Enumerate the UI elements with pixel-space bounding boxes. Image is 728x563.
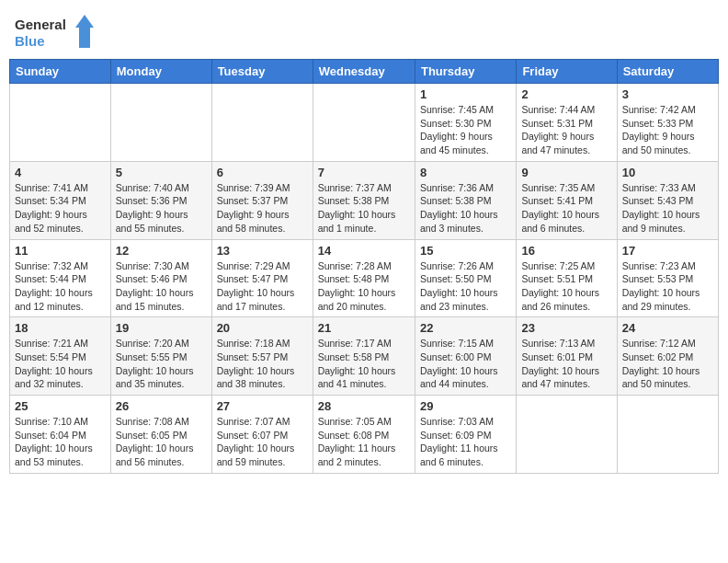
- header-wednesday: Wednesday: [313, 60, 415, 84]
- calendar-cell: 26Sunrise: 7:08 AM Sunset: 6:05 PM Dayli…: [110, 396, 211, 474]
- calendar-cell: 20Sunrise: 7:18 AM Sunset: 5:57 PM Dayli…: [211, 317, 313, 396]
- day-info: Sunrise: 7:35 AM Sunset: 5:41 PM Dayligh…: [521, 181, 611, 236]
- calendar-cell: [617, 396, 718, 474]
- day-info: Sunrise: 7:08 AM Sunset: 6:05 PM Dayligh…: [116, 415, 207, 469]
- day-number: 18: [15, 321, 106, 335]
- day-info: Sunrise: 7:42 AM Sunset: 5:33 PM Dayligh…: [622, 103, 713, 157]
- calendar-cell: 21Sunrise: 7:17 AM Sunset: 5:58 PM Dayli…: [313, 317, 415, 396]
- calendar-cell: 5Sunrise: 7:40 AM Sunset: 5:36 PM Daylig…: [110, 161, 211, 239]
- day-number: 15: [420, 244, 511, 258]
- day-number: 4: [15, 166, 106, 179]
- calendar-cell: 19Sunrise: 7:20 AM Sunset: 5:55 PM Dayli…: [110, 317, 211, 396]
- svg-text:General: General: [15, 17, 66, 32]
- day-info: Sunrise: 7:32 AM Sunset: 5:44 PM Dayligh…: [15, 259, 106, 314]
- day-info: Sunrise: 7:25 AM Sunset: 5:51 PM Dayligh…: [521, 259, 611, 314]
- calendar-cell: 1Sunrise: 7:45 AM Sunset: 5:30 PM Daylig…: [415, 84, 516, 162]
- day-number: 11: [15, 244, 106, 258]
- calendar-cell: 12Sunrise: 7:30 AM Sunset: 5:46 PM Dayli…: [110, 239, 211, 317]
- calendar-cell: 4Sunrise: 7:41 AM Sunset: 5:34 PM Daylig…: [10, 161, 111, 239]
- calendar-cell: 27Sunrise: 7:07 AM Sunset: 6:07 PM Dayli…: [211, 396, 313, 474]
- calendar-cell: 8Sunrise: 7:36 AM Sunset: 5:38 PM Daylig…: [415, 161, 516, 239]
- day-info: Sunrise: 7:13 AM Sunset: 6:01 PM Dayligh…: [521, 337, 611, 391]
- day-info: Sunrise: 7:37 AM Sunset: 5:38 PM Dayligh…: [318, 181, 410, 236]
- day-info: Sunrise: 7:03 AM Sunset: 6:09 PM Dayligh…: [420, 415, 511, 469]
- day-number: 22: [420, 321, 511, 335]
- day-number: 5: [116, 166, 207, 179]
- calendar-cell: 15Sunrise: 7:26 AM Sunset: 5:50 PM Dayli…: [415, 239, 516, 317]
- day-info: Sunrise: 7:17 AM Sunset: 5:58 PM Dayligh…: [318, 337, 410, 391]
- day-info: Sunrise: 7:05 AM Sunset: 6:08 PM Dayligh…: [318, 415, 410, 469]
- day-info: Sunrise: 7:26 AM Sunset: 5:50 PM Dayligh…: [420, 259, 511, 314]
- calendar-header-row: SundayMondayTuesdayWednesdayThursdayFrid…: [10, 60, 719, 84]
- day-number: 12: [116, 244, 207, 258]
- day-number: 29: [420, 399, 511, 413]
- svg-marker-2: [75, 15, 94, 48]
- header-tuesday: Tuesday: [211, 60, 313, 84]
- calendar-cell: 10Sunrise: 7:33 AM Sunset: 5:43 PM Dayli…: [617, 161, 718, 239]
- day-number: 23: [521, 321, 611, 335]
- day-info: Sunrise: 7:18 AM Sunset: 5:57 PM Dayligh…: [217, 337, 308, 391]
- day-number: 9: [521, 166, 611, 179]
- calendar-cell: 29Sunrise: 7:03 AM Sunset: 6:09 PM Dayli…: [415, 396, 516, 474]
- day-info: Sunrise: 7:10 AM Sunset: 6:04 PM Dayligh…: [15, 415, 106, 469]
- day-info: Sunrise: 7:20 AM Sunset: 5:55 PM Dayligh…: [116, 337, 207, 391]
- day-info: Sunrise: 7:29 AM Sunset: 5:47 PM Dayligh…: [217, 259, 308, 314]
- day-info: Sunrise: 7:39 AM Sunset: 5:37 PM Dayligh…: [217, 181, 308, 236]
- calendar-cell: 11Sunrise: 7:32 AM Sunset: 5:44 PM Dayli…: [10, 239, 111, 317]
- calendar-cell: 3Sunrise: 7:42 AM Sunset: 5:33 PM Daylig…: [617, 84, 718, 162]
- calendar-cell: [313, 84, 415, 162]
- day-number: 25: [15, 399, 106, 413]
- day-info: Sunrise: 7:21 AM Sunset: 5:54 PM Dayligh…: [15, 337, 106, 391]
- day-number: 28: [318, 399, 410, 413]
- day-number: 16: [521, 244, 611, 258]
- header-thursday: Thursday: [415, 60, 516, 84]
- calendar-cell: 28Sunrise: 7:05 AM Sunset: 6:08 PM Dayli…: [313, 396, 415, 474]
- calendar-week-row: 25Sunrise: 7:10 AM Sunset: 6:04 PM Dayli…: [10, 396, 719, 474]
- calendar-week-row: 4Sunrise: 7:41 AM Sunset: 5:34 PM Daylig…: [10, 161, 719, 239]
- day-info: Sunrise: 7:33 AM Sunset: 5:43 PM Dayligh…: [622, 181, 713, 236]
- day-number: 13: [217, 244, 308, 258]
- header-monday: Monday: [110, 60, 211, 84]
- day-number: 24: [622, 321, 713, 335]
- day-number: 2: [521, 87, 611, 101]
- day-number: 7: [318, 166, 410, 179]
- day-number: 27: [217, 399, 308, 413]
- day-number: 6: [217, 166, 308, 179]
- day-info: Sunrise: 7:30 AM Sunset: 5:46 PM Dayligh…: [116, 259, 207, 314]
- day-number: 14: [318, 244, 410, 258]
- day-number: 3: [622, 87, 713, 101]
- calendar-cell: 2Sunrise: 7:44 AM Sunset: 5:31 PM Daylig…: [517, 84, 617, 162]
- calendar-cell: 23Sunrise: 7:13 AM Sunset: 6:01 PM Dayli…: [517, 317, 617, 396]
- calendar-week-row: 11Sunrise: 7:32 AM Sunset: 5:44 PM Dayli…: [10, 239, 719, 317]
- day-number: 26: [116, 399, 207, 413]
- calendar-table: SundayMondayTuesdayWednesdayThursdayFrid…: [9, 59, 719, 474]
- calendar-cell: 17Sunrise: 7:23 AM Sunset: 5:53 PM Dayli…: [617, 239, 718, 317]
- calendar-cell: 9Sunrise: 7:35 AM Sunset: 5:41 PM Daylig…: [517, 161, 617, 239]
- calendar-cell: [517, 396, 617, 474]
- logo: General Blue: [13, 13, 96, 52]
- day-number: 8: [420, 166, 511, 179]
- calendar-cell: 14Sunrise: 7:28 AM Sunset: 5:48 PM Dayli…: [313, 239, 415, 317]
- day-info: Sunrise: 7:28 AM Sunset: 5:48 PM Dayligh…: [318, 259, 410, 314]
- day-info: Sunrise: 7:12 AM Sunset: 6:02 PM Dayligh…: [622, 337, 713, 391]
- page-header: General Blue: [9, 9, 719, 52]
- day-info: Sunrise: 7:36 AM Sunset: 5:38 PM Dayligh…: [420, 181, 511, 236]
- svg-text:Blue: Blue: [15, 33, 45, 49]
- calendar-cell: [211, 84, 313, 162]
- calendar-cell: 24Sunrise: 7:12 AM Sunset: 6:02 PM Dayli…: [617, 317, 718, 396]
- calendar-cell: [10, 84, 111, 162]
- calendar-cell: 7Sunrise: 7:37 AM Sunset: 5:38 PM Daylig…: [313, 161, 415, 239]
- day-number: 20: [217, 321, 308, 335]
- day-info: Sunrise: 7:40 AM Sunset: 5:36 PM Dayligh…: [116, 181, 207, 236]
- day-info: Sunrise: 7:15 AM Sunset: 6:00 PM Dayligh…: [420, 337, 511, 391]
- day-number: 1: [420, 87, 511, 101]
- calendar-cell: [110, 84, 211, 162]
- day-info: Sunrise: 7:23 AM Sunset: 5:53 PM Dayligh…: [622, 259, 713, 314]
- calendar-cell: 18Sunrise: 7:21 AM Sunset: 5:54 PM Dayli…: [10, 317, 111, 396]
- header-sunday: Sunday: [10, 60, 111, 84]
- day-number: 10: [622, 166, 713, 179]
- day-number: 19: [116, 321, 207, 335]
- header-friday: Friday: [517, 60, 617, 84]
- calendar-cell: 13Sunrise: 7:29 AM Sunset: 5:47 PM Dayli…: [211, 239, 313, 317]
- calendar-cell: 25Sunrise: 7:10 AM Sunset: 6:04 PM Dayli…: [10, 396, 111, 474]
